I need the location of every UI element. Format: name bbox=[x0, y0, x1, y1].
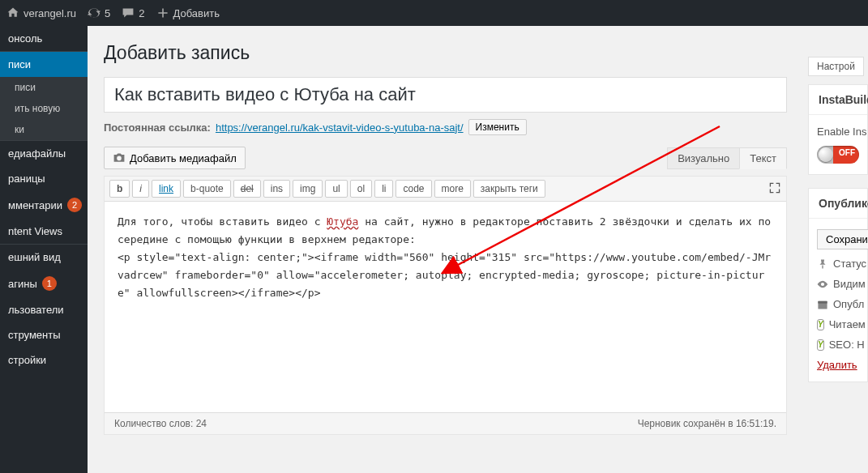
topbar-add-new[interactable]: Добавить bbox=[156, 6, 220, 19]
topbar-site-label: verangel.ru bbox=[24, 7, 76, 19]
comment-icon bbox=[122, 6, 135, 19]
topbar-updates[interactable]: 5 bbox=[88, 6, 110, 19]
refresh-icon bbox=[88, 6, 100, 19]
topbar-site[interactable]: verangel.ru bbox=[6, 6, 76, 19]
topbar-comments[interactable]: 2 bbox=[122, 6, 144, 19]
topbar-comments-count: 2 bbox=[139, 7, 144, 19]
topbar-add-label: Добавить bbox=[173, 7, 220, 19]
plus-icon bbox=[156, 6, 169, 19]
home-icon bbox=[6, 6, 19, 19]
admin-topbar: verangel.ru 5 2 Добавить bbox=[0, 0, 868, 26]
topbar-updates-count: 5 bbox=[105, 7, 110, 19]
